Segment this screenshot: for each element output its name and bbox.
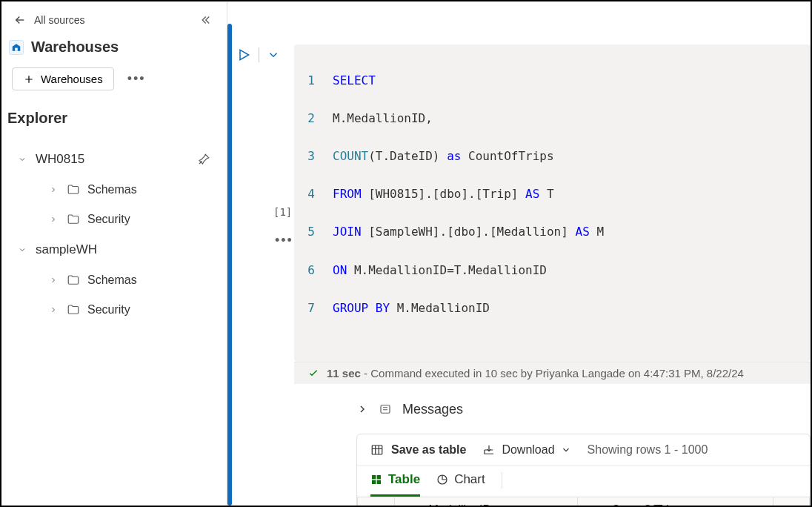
collapse-sidebar-icon[interactable] (199, 13, 212, 27)
explorer-tree: WH0815 Schemas (7, 140, 218, 324)
column-header[interactable]: 123 CountOfTrips (577, 497, 773, 506)
tree-item-security[interactable]: Security (7, 296, 218, 324)
tree-item-label: Schemas (87, 183, 137, 196)
tree-db-wh0815[interactable]: WH0815 (7, 145, 218, 174)
chevron-right-icon (49, 305, 59, 314)
back-all-sources[interactable]: All sources (13, 13, 84, 27)
svg-rect-7 (377, 480, 381, 483)
table-icon (370, 443, 384, 457)
tab-chart-label: Chart (454, 472, 485, 487)
grid-icon (370, 474, 382, 486)
column-filler (773, 497, 809, 506)
sidebar-more-icon[interactable]: ••• (123, 71, 150, 87)
messages-label: Messages (402, 402, 463, 417)
folder-icon (67, 274, 80, 287)
col-type-prefix: 123 (405, 504, 422, 506)
tab-table-label: Table (388, 472, 420, 487)
pin-icon[interactable] (197, 153, 210, 166)
explorer-header: Explorer (7, 96, 218, 134)
chevron-right-icon (49, 185, 59, 194)
results-panel: Save as table Download Showing rows 1 - … (356, 434, 811, 506)
tab-chart[interactable]: Chart (436, 472, 485, 497)
run-button[interactable] (236, 47, 251, 62)
svg-rect-3 (372, 445, 382, 454)
tree-db-label: sampleWH (36, 242, 97, 257)
plus-icon (23, 73, 35, 85)
svg-rect-5 (377, 475, 381, 479)
tree-item-schemas[interactable]: Schemas (7, 176, 218, 204)
tree-db-samplewh[interactable]: sampleWH (7, 235, 218, 265)
messages-toggle[interactable]: Messages (356, 402, 811, 417)
col-name: CountOfTrips (611, 503, 682, 506)
tree-db-label: WH0815 (36, 152, 84, 167)
sidebar: All sources Warehouses Warehouses ••• Ex… (1, 1, 227, 506)
rownum-header-icon[interactable] (358, 497, 395, 506)
chevron-right-icon (49, 276, 59, 285)
status-duration: 11 sec (327, 367, 361, 380)
results-table: 123 MedallionID 123 CountOfTrips (357, 497, 810, 506)
tree-item-label: Security (87, 303, 130, 317)
warehouse-icon (9, 40, 24, 55)
run-dropdown-icon[interactable] (267, 48, 280, 62)
col-name: MedallionID (428, 503, 490, 506)
chevron-down-icon (561, 445, 571, 455)
arrow-left-icon (13, 13, 27, 27)
save-as-table-label: Save as table (391, 443, 466, 457)
folder-icon (67, 183, 80, 196)
svg-rect-4 (372, 475, 376, 479)
status-text: - Command executed in 10 sec by Priyanka… (364, 367, 744, 380)
download-icon (482, 443, 496, 457)
pie-chart-icon (436, 474, 448, 486)
add-warehouse-label: Warehouses (41, 73, 103, 85)
save-as-table-button[interactable]: Save as table (370, 443, 466, 457)
folder-icon (67, 213, 80, 226)
back-label: All sources (34, 14, 84, 26)
tree-item-security[interactable]: Security (7, 205, 218, 233)
messages-icon (379, 402, 392, 416)
sql-editor[interactable]: 1SELECT 2M.MedallionID, 3COUNT(T.DateID)… (294, 44, 811, 362)
tree-item-label: Security (87, 213, 130, 226)
col-type-prefix: 123 (588, 504, 605, 506)
section-title: Warehouses (31, 39, 119, 56)
toolbar-separator (259, 47, 259, 62)
svg-rect-0 (15, 47, 18, 50)
cell-index: [1] (273, 206, 292, 218)
table-header-row: 123 MedallionID 123 CountOfTrips (358, 497, 810, 506)
add-warehouse-button[interactable]: Warehouses (12, 67, 114, 90)
tab-separator (502, 472, 502, 488)
rowcount-label: Showing rows 1 - 1000 (588, 443, 708, 457)
chevron-down-icon (18, 245, 28, 254)
column-header[interactable]: 123 MedallionID (395, 497, 578, 506)
tree-item-schemas[interactable]: Schemas (7, 266, 218, 294)
chevron-down-icon (18, 155, 28, 164)
tab-table[interactable]: Table (370, 472, 420, 497)
chevron-right-icon (356, 403, 368, 415)
main-editor-area: [1] ••• 1SELECT 2M.MedallionID, 3COUNT(T… (232, 1, 811, 506)
folder-icon (67, 303, 80, 317)
download-button[interactable]: Download (482, 443, 570, 457)
check-icon (307, 367, 319, 379)
download-label: Download (502, 443, 554, 457)
chevron-right-icon (49, 215, 59, 224)
svg-rect-2 (381, 405, 390, 414)
svg-rect-6 (372, 480, 376, 483)
execution-status: 11 sec - Command executed in 10 sec by P… (294, 362, 811, 384)
svg-marker-1 (240, 50, 249, 59)
tree-item-label: Schemas (87, 274, 137, 287)
section-header: Warehouses (7, 36, 218, 62)
cell-more-icon[interactable]: ••• (275, 233, 293, 248)
